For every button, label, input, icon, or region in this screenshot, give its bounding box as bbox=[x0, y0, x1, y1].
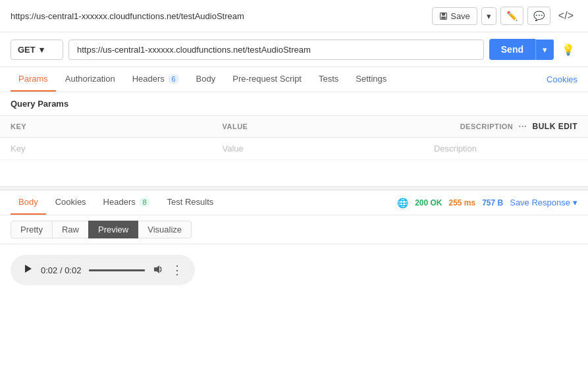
url-input[interactable] bbox=[68, 40, 484, 60]
status-size: 757 B bbox=[482, 198, 503, 207]
desc-cell[interactable]: Description bbox=[423, 138, 588, 160]
title-actions: Save ▾ ✏️ 💬 </> bbox=[432, 7, 577, 25]
params-table: KEY VALUE DESCRIPTION ··· Bulk Edit Key … bbox=[0, 116, 588, 160]
view-tab-preview[interactable]: Preview bbox=[88, 221, 138, 238]
request-tabs: Params Authorization Headers 6 Body Pre-… bbox=[0, 67, 588, 92]
response-section: Body Cookies Headers 8 Test Results 🌐 20… bbox=[0, 190, 588, 285]
edit-icon-button[interactable]: ✏️ bbox=[500, 7, 523, 25]
cookies-link[interactable]: Cookies bbox=[547, 74, 577, 84]
method-label: GET bbox=[18, 45, 36, 55]
comment-icon-button[interactable]: 💬 bbox=[527, 7, 550, 25]
bulb-button[interactable]: 💡 bbox=[559, 41, 577, 59]
save-button[interactable]: Save bbox=[432, 7, 477, 25]
tab-params[interactable]: Params bbox=[11, 67, 56, 92]
table-row: Key Value Description bbox=[0, 138, 588, 160]
col-key: KEY bbox=[0, 116, 211, 138]
send-button-group: Send ▾ bbox=[489, 39, 554, 60]
key-cell[interactable]: Key bbox=[0, 138, 211, 160]
tab-headers[interactable]: Headers 6 bbox=[124, 67, 187, 92]
volume-button[interactable] bbox=[153, 264, 163, 277]
volume-icon bbox=[153, 264, 163, 275]
resp-tab-cookies[interactable]: Cookies bbox=[47, 190, 94, 215]
bulk-edit-button[interactable]: Bulk Edit bbox=[533, 122, 578, 131]
value-cell[interactable]: Value bbox=[211, 138, 423, 160]
tab-body[interactable]: Body bbox=[188, 67, 224, 92]
svg-rect-1 bbox=[442, 13, 445, 15]
view-tab-pretty[interactable]: Pretty bbox=[11, 221, 53, 238]
headers-badge: 6 bbox=[168, 74, 178, 84]
svg-marker-4 bbox=[154, 265, 159, 273]
play-icon bbox=[22, 263, 33, 274]
status-ok: 200 OK bbox=[415, 198, 442, 207]
more-button[interactable]: ⋮ bbox=[171, 263, 183, 277]
resp-tab-testresults[interactable]: Test Results bbox=[159, 190, 222, 215]
send-dropdown-button[interactable]: ▾ bbox=[535, 40, 554, 60]
play-button[interactable] bbox=[22, 263, 33, 277]
method-chevron-icon: ▾ bbox=[40, 45, 44, 55]
view-tab-raw[interactable]: Raw bbox=[52, 221, 89, 238]
audio-progress-bar[interactable] bbox=[89, 269, 145, 271]
resp-headers-badge: 8 bbox=[139, 198, 149, 207]
empty-space bbox=[0, 160, 588, 186]
resp-tab-headers[interactable]: Headers 8 bbox=[95, 190, 158, 215]
resp-tab-body[interactable]: Body bbox=[11, 190, 46, 215]
tab-prerequest[interactable]: Pre-request Script bbox=[225, 67, 309, 92]
audio-player: 0:02 / 0:02 ⋮ bbox=[11, 255, 195, 285]
save-response-chevron-icon: ▾ bbox=[573, 198, 577, 207]
audio-progress-fill bbox=[89, 269, 145, 271]
method-select[interactable]: GET ▾ bbox=[11, 40, 63, 60]
send-button[interactable]: Send bbox=[489, 39, 535, 60]
response-status: 🌐 200 OK 255 ms 757 B Save Response ▾ bbox=[397, 198, 577, 208]
response-tabs-bar: Body Cookies Headers 8 Test Results 🌐 20… bbox=[0, 190, 588, 215]
save-response-button[interactable]: Save Response ▾ bbox=[510, 198, 577, 207]
tab-settings[interactable]: Settings bbox=[348, 67, 394, 92]
title-url: https://us-central1-xxxxxx.cloudfunction… bbox=[11, 11, 244, 21]
tab-tests[interactable]: Tests bbox=[311, 67, 346, 92]
col-description: DESCRIPTION ··· Bulk Edit bbox=[423, 116, 588, 138]
view-tabs: Pretty Raw Preview Visualize bbox=[0, 215, 588, 244]
audio-time: 0:02 / 0:02 bbox=[41, 265, 81, 275]
dots-icon[interactable]: ··· bbox=[518, 121, 527, 132]
query-params-title: Query Params bbox=[0, 92, 588, 116]
code-button[interactable]: </> bbox=[554, 7, 577, 24]
save-dropdown-button[interactable]: ▾ bbox=[481, 7, 496, 25]
view-tab-visualize[interactable]: Visualize bbox=[138, 221, 192, 238]
save-icon bbox=[439, 12, 448, 20]
col-value: VALUE bbox=[211, 116, 423, 138]
status-time: 255 ms bbox=[448, 198, 475, 207]
tab-authorization[interactable]: Authorization bbox=[57, 67, 123, 92]
globe-icon: 🌐 bbox=[397, 198, 408, 208]
svg-rect-2 bbox=[441, 16, 446, 18]
url-bar: GET ▾ Send ▾ 💡 bbox=[0, 32, 588, 67]
title-bar: https://us-central1-xxxxxx.cloudfunction… bbox=[0, 0, 588, 32]
svg-marker-3 bbox=[25, 265, 32, 273]
